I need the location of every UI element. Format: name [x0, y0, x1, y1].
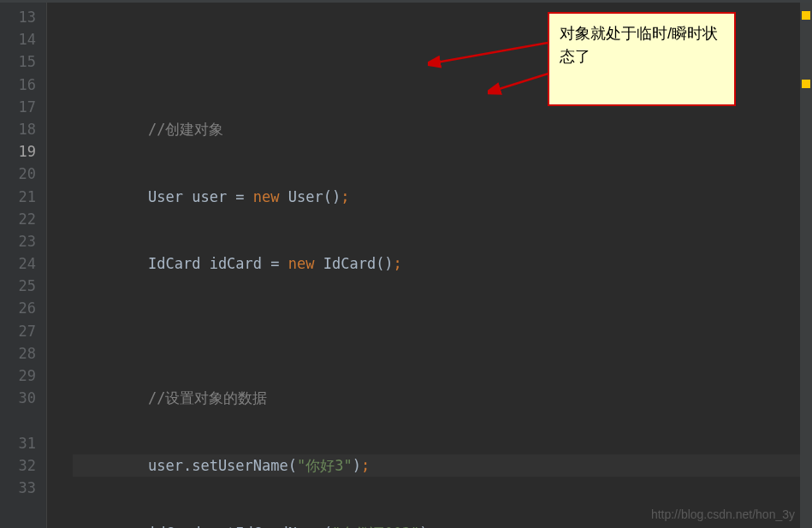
annotation-callout: 对象就处于临时/瞬时状态了: [548, 12, 736, 106]
scrollbar-marker-icon[interactable]: [802, 80, 810, 88]
line-number: 16: [0, 74, 36, 96]
svg-line-0: [436, 43, 548, 62]
string-literal: "身份证003": [332, 525, 419, 528]
line-number: 19: [0, 140, 36, 163]
code-line: User user = new User();: [73, 186, 812, 208]
line-number: 17: [0, 96, 36, 118]
line-number: 26: [0, 297, 36, 319]
line-number: 28: [0, 342, 36, 365]
code-line: idCard.setIdCardName("身份证003");: [73, 522, 812, 528]
code-line: //设置对象的数据: [73, 387, 812, 409]
code-text: IdCard(): [314, 255, 393, 272]
code-text: User(): [280, 188, 341, 205]
line-number: 20: [0, 163, 36, 185]
semicolon: ;: [361, 457, 370, 474]
line-number: 22: [0, 208, 36, 230]
code-text: ): [353, 457, 361, 474]
semicolon: ;: [428, 525, 436, 528]
line-number: 25: [0, 275, 36, 297]
watermark-text: http://blog.csdn.net/hon_3y: [651, 507, 795, 521]
code-text: user.setUserName(: [148, 457, 297, 474]
line-number: 27: [0, 320, 36, 342]
line-number: 21: [0, 186, 36, 208]
keyword: new: [253, 188, 280, 205]
comment: //创建对象: [148, 121, 223, 138]
line-number: 29: [0, 365, 36, 387]
line-number: 14: [0, 28, 36, 50]
code-line-active: user.setUserName("你好3");: [73, 454, 812, 477]
line-number: 13: [0, 6, 36, 28]
semicolon: ;: [341, 188, 349, 205]
keyword: new: [288, 255, 315, 272]
line-number: 18: [0, 118, 36, 140]
line-number: 24: [0, 252, 36, 275]
code-text: IdCard idCard =: [148, 255, 288, 272]
line-number: 30: [0, 387, 36, 409]
line-number: 23: [0, 230, 36, 252]
comment: //设置对象的数据: [148, 389, 267, 406]
code-text: User user =: [148, 188, 253, 205]
line-number: 15: [0, 50, 36, 73]
code-line: [73, 320, 812, 342]
scrollbar-marker-icon[interactable]: [802, 11, 810, 20]
line-number: 31: [0, 432, 36, 454]
code-line: //创建对象: [73, 118, 812, 140]
code-text: ): [419, 525, 428, 528]
scrollbar-track[interactable]: [800, 3, 812, 528]
annotation-text: 对象就处于临时/瞬时状态了: [560, 25, 718, 65]
line-number: [0, 499, 36, 521]
line-number: 33: [0, 477, 36, 499]
line-number: 32: [0, 454, 36, 477]
code-text: idCard.setIdCardName(: [148, 525, 332, 528]
code-line: IdCard idCard = new IdCard();: [73, 252, 812, 275]
string-literal: "你好3": [297, 457, 353, 474]
line-number: [0, 409, 36, 431]
semicolon: ;: [394, 255, 402, 272]
line-number-gutter: 13 14 15 16 17 18 19 20 21 22 23 24 25 2…: [0, 3, 47, 528]
